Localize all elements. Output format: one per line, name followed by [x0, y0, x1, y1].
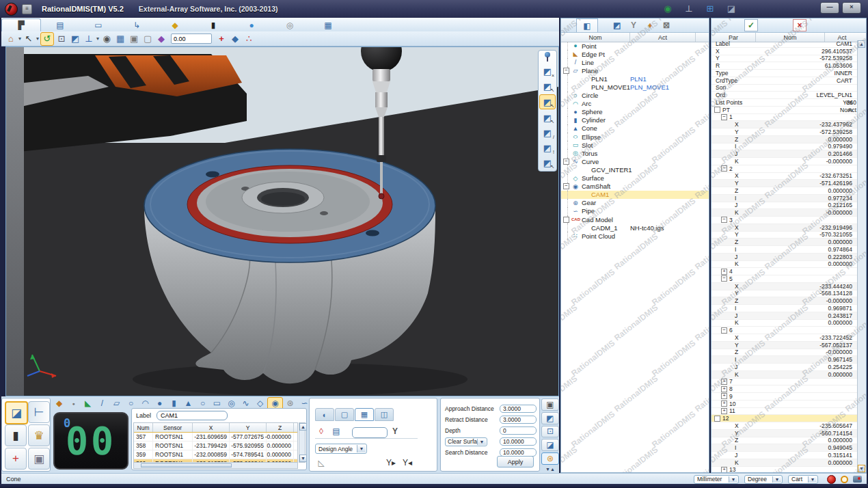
property-row-x[interactable]: X-232.919496: [711, 224, 859, 232]
property-row-r[interactable]: R61.053606: [711, 62, 859, 70]
tree-item-edge-pt[interactable]: ◣Edge Pt: [561, 50, 709, 58]
grid-vscrollbar[interactable]: ▲ ▼: [299, 422, 306, 463]
probe-edit-button[interactable]: ◩/: [540, 126, 555, 139]
filter-icon[interactable]: Y: [627, 20, 640, 31]
property-row-j[interactable]: J0.222803: [711, 254, 859, 261]
tolerance-input[interactable]: [352, 427, 388, 438]
slot-icon[interactable]: ▭: [210, 398, 224, 409]
scroll-down-icon[interactable]: ▼: [299, 455, 307, 462]
home-icon[interactable]: ⌂: [5, 33, 17, 45]
collapse-box-icon[interactable]: −: [721, 165, 727, 172]
property-row-j[interactable]: J0.243817: [711, 312, 859, 320]
dual-monitor-icon[interactable]: ⊞: [703, 2, 717, 14]
expand-box-icon[interactable]: [563, 217, 569, 223]
property-row-label[interactable]: LabelCAM1: [711, 40, 859, 48]
timer-icon[interactable]: [841, 476, 848, 483]
viewport-3d[interactable]: ◩×◩↖◩↖◩↖◩/◩!◩↖: [5, 46, 559, 396]
property-row-x[interactable]: X-232.673251: [711, 173, 859, 180]
orbit-rotate-icon[interactable]: ↺: [40, 32, 54, 46]
tree-item-camshaft[interactable]: −◉CamShaft: [561, 182, 709, 191]
table-row[interactable]: 357ROOTSN1-231.609659-577.072675-0.00000…: [134, 433, 297, 442]
probe-cube-button[interactable]: ◪: [5, 401, 28, 424]
tab-playlist[interactable]: ◫: [375, 408, 394, 421]
probe-forward-icon[interactable]: Y▸: [385, 457, 397, 468]
zoom-window-icon[interactable]: ⊡: [55, 33, 68, 45]
curve-icon[interactable]: ∿: [239, 398, 253, 409]
minimize-button[interactable]: —: [820, 2, 839, 14]
expand-box-icon[interactable]: +: [721, 386, 727, 392]
tab-window[interactable]: ▭: [79, 19, 118, 31]
point-icon[interactable]: ●: [66, 398, 81, 409]
probe-small-icon[interactable]: ◩: [611, 20, 623, 31]
collapse-box-icon[interactable]: −: [721, 114, 727, 120]
tree-item-line[interactable]: /Line: [561, 58, 709, 66]
expand-box-icon[interactable]: +: [721, 393, 727, 399]
scroll-up-icon[interactable]: ▲: [299, 423, 307, 431]
arc-icon[interactable]: ◠: [138, 398, 152, 409]
apply-button[interactable]: Apply: [497, 456, 534, 467]
property-row-12[interactable]: 12: [711, 415, 859, 422]
tree-item-gcv-inter1[interactable]: GCV_INTER1: [561, 165, 709, 174]
property-row-son[interactable]: Son: [711, 85, 859, 92]
property-row-x[interactable]: X-233.444240: [711, 283, 859, 290]
depth-input[interactable]: 0: [500, 426, 537, 435]
column-header-sensor[interactable]: Sensor: [153, 423, 193, 432]
crosshair-icon[interactable]: +: [215, 33, 228, 45]
property-row-2[interactable]: 2−: [711, 165, 859, 173]
property-row-11[interactable]: 11+: [711, 408, 859, 416]
unit-length-select[interactable]: Millimeter▼: [694, 475, 739, 484]
coord-mode-select[interactable]: Cart▼: [788, 475, 818, 484]
tree-tab[interactable]: ◧: [576, 18, 598, 32]
scroll-down-icon[interactable]: ▼: [858, 465, 865, 472]
machine-part-icon[interactable]: ▣: [541, 398, 559, 411]
property-row-crdtype[interactable]: CrdTypeCART: [711, 77, 859, 85]
hand-probe-icon[interactable]: ◪: [541, 439, 559, 451]
property-row-i[interactable]: I0.949045: [711, 444, 859, 452]
zoom-probe-icon[interactable]: ⊡: [541, 426, 559, 438]
property-row-y[interactable]: Y-571.426196: [711, 180, 859, 187]
confirm-check-icon[interactable]: ✓: [744, 19, 758, 31]
collapse-box-icon[interactable]: −: [563, 68, 569, 74]
property-row-z[interactable]: Z-0.000000: [711, 297, 859, 305]
robot-arm-icon[interactable]: ⊥: [682, 2, 696, 14]
crown-tool-button[interactable]: ♛: [28, 424, 50, 446]
property-row-5[interactable]: 5−: [711, 275, 859, 283]
property-row-j[interactable]: J0.315141: [711, 452, 859, 459]
clear-surface-input[interactable]: 10.0000: [500, 437, 537, 446]
property-row-6[interactable]: 6−: [711, 327, 859, 334]
tree-item-cam1[interactable]: CAM1: [561, 191, 709, 199]
property-row-j[interactable]: J0.254225: [711, 364, 859, 371]
grid-hscrollbar[interactable]: [133, 462, 298, 469]
cone-icon[interactable]: ▲: [181, 398, 195, 409]
snapshot-icon[interactable]: ▣: [128, 33, 140, 45]
tree-item-plane[interactable]: −▱Plane: [561, 66, 709, 74]
property-row-10[interactable]: 10+: [711, 401, 859, 408]
property-row-j[interactable]: J0.212165: [711, 202, 859, 210]
property-row-i[interactable]: I0.979490: [711, 144, 859, 151]
select-cursor-icon[interactable]: ↖: [23, 33, 35, 45]
collapse-box-icon[interactable]: −: [721, 327, 727, 334]
surface-icon[interactable]: ◇: [253, 398, 267, 409]
camera-icon[interactable]: [853, 476, 862, 483]
property-row-j[interactable]: J0.201466: [711, 150, 859, 158]
column-header-x[interactable]: X: [193, 423, 230, 432]
property-row-k[interactable]: K0.000000: [711, 261, 859, 269]
probe-back-icon[interactable]: Y◂: [401, 457, 413, 468]
circle-icon[interactable]: ○: [124, 398, 138, 409]
home-dropdown[interactable]: ▾: [18, 36, 21, 42]
probe-balls-icon[interactable]: ∴: [243, 33, 255, 45]
pick-cube-icon[interactable]: ◆: [229, 33, 241, 45]
property-row-k[interactable]: K-0.000000: [711, 158, 859, 165]
tree-item-slot[interactable]: ▭Slot: [561, 141, 709, 149]
tree-item-cadm-1[interactable]: CADM_1NH-tc40.igs: [561, 223, 709, 232]
probe-head-button[interactable]: ▮: [5, 424, 27, 446]
property-row-x[interactable]: X296.410537: [711, 48, 859, 55]
retract-distance-input[interactable]: 3.0000: [500, 416, 537, 424]
property-row-z[interactable]: Z0.000000: [711, 187, 859, 195]
eye-icon[interactable]: ◉: [100, 33, 113, 45]
property-row-y[interactable]: Y-570.321055: [711, 232, 859, 239]
tree-column-header[interactable]: Nom Act: [561, 33, 709, 42]
expand-box-icon[interactable]: +: [721, 401, 727, 407]
property-row-z[interactable]: Z0.000000: [711, 136, 859, 144]
property-row-ord[interactable]: OrdLEVEL_PLN1: [711, 92, 859, 99]
